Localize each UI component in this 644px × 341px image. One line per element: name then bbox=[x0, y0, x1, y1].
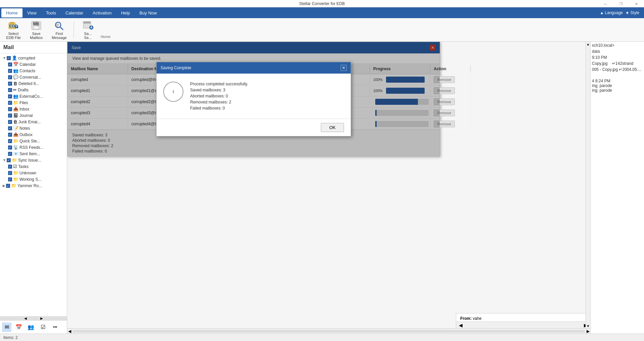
items-count: Items: 2 bbox=[3, 335, 18, 340]
tree-item-sentitems[interactable]: ✓ 📧 Sent Item... bbox=[0, 151, 67, 157]
checkbox-files[interactable]: ✓ bbox=[8, 101, 12, 105]
modal-footer: OK bbox=[157, 119, 351, 136]
nav-more[interactable]: ••• bbox=[50, 323, 60, 332]
save-settings-btn[interactable]: Sa...Se... bbox=[78, 18, 98, 42]
tree-item-workings[interactable]: ✓ 📁 Working S... bbox=[0, 176, 67, 182]
checkbox-calendar[interactable]: ✓ bbox=[8, 62, 12, 67]
save-dialog: Save ✕ View and manage queued mailboxes … bbox=[67, 42, 440, 157]
checkbox-drafts[interactable]: ✓ bbox=[8, 88, 12, 92]
tree-item-rssfeeds[interactable]: ✓ 📡 RSS Feeds... bbox=[0, 144, 67, 151]
icon-quickstep: 📁 bbox=[13, 138, 18, 143]
close-btn[interactable]: ✕ bbox=[629, 0, 644, 7]
checkbox-yammerroot[interactable]: ✓ bbox=[6, 184, 10, 188]
content-scrollbar[interactable]: ◀ ▶ bbox=[67, 328, 590, 334]
menu-activation[interactable]: Activation bbox=[88, 8, 116, 17]
menu-buynow[interactable]: Buy Now bbox=[135, 8, 162, 17]
checkbox-junkemail[interactable]: ✓ bbox=[8, 120, 12, 124]
email-from-label: From: bbox=[460, 316, 472, 321]
menu-help[interactable]: Help bbox=[116, 8, 135, 17]
tree-item-drafts[interactable]: ✓ ✏ Drafts bbox=[0, 87, 67, 93]
menu-home[interactable]: Home bbox=[1, 8, 23, 17]
checkbox-sentitems[interactable]: ✓ bbox=[8, 152, 12, 156]
right-panel-item-0: xch10.local> bbox=[592, 43, 643, 48]
checkbox-unknown[interactable]: ✓ bbox=[8, 171, 12, 175]
tree-item-syncissue[interactable]: ▼ ✓ 📁 Sync Issue... bbox=[0, 157, 67, 163]
checkbox-contacts[interactable]: ✓ bbox=[8, 69, 12, 73]
tree-item-quickstep[interactable]: ✓ 📁 Quick Ste... bbox=[0, 138, 67, 144]
main-layout: Mail ▼ ✓ 👤 corrupted ✓ 📅 Calendar ✓ 👥 bbox=[0, 42, 644, 334]
menu-tools[interactable]: Tools bbox=[41, 8, 61, 17]
modal-close-btn[interactable]: ✕ bbox=[341, 65, 347, 71]
save-settings-icon bbox=[83, 20, 93, 31]
tree-item-inbox[interactable]: ✓ 📥 Inbox bbox=[0, 106, 67, 112]
label-rssfeeds: RSS Feeds... bbox=[19, 145, 43, 150]
icon-syncissue: 📁 bbox=[12, 158, 17, 163]
checkbox-quickstep[interactable]: ✓ bbox=[8, 139, 12, 143]
scroll-up-btn[interactable]: ▲ bbox=[586, 42, 590, 46]
checkbox-outbox[interactable]: ✓ bbox=[8, 133, 12, 137]
modal-saved-label: Saved mailboxes: 3 bbox=[190, 88, 248, 92]
language-link[interactable]: ▲ Language bbox=[600, 10, 623, 15]
restore-btn[interactable]: ❐ bbox=[613, 0, 629, 7]
preview-prev-btn[interactable]: ◀ bbox=[459, 323, 463, 328]
checkbox-workings[interactable]: ✓ bbox=[8, 177, 12, 181]
tree-item-conversations[interactable]: ✓ 💬 Conversat... bbox=[0, 74, 67, 80]
tree-item-corrupted[interactable]: ▼ ✓ 👤 corrupted bbox=[0, 55, 67, 61]
style-link[interactable]: ★ Style bbox=[626, 10, 639, 15]
menu-view[interactable]: View bbox=[23, 8, 41, 17]
scroll-right-btn[interactable]: ▶ bbox=[586, 329, 590, 334]
window-controls: — ❐ ✕ bbox=[598, 0, 644, 7]
checkbox-notes[interactable]: ✓ bbox=[8, 126, 12, 130]
label-notes: Notes bbox=[19, 126, 30, 131]
icon-calendar: 📅 bbox=[13, 62, 18, 67]
scroll-left-btn[interactable]: ◀ bbox=[67, 329, 72, 334]
scroll-down-btn[interactable]: ▼ bbox=[586, 324, 590, 328]
icon-unknown: 📁 bbox=[13, 170, 18, 175]
save-mailbox-btn[interactable]: MB SaveMailbox bbox=[26, 18, 46, 42]
modal-title: Saving Complete bbox=[161, 66, 191, 70]
tree-item-externalco[interactable]: ✓ 👥 ExternalCo... bbox=[0, 93, 67, 99]
minimize-btn[interactable]: — bbox=[598, 0, 613, 7]
icon-journal: 📓 bbox=[13, 113, 18, 118]
tree-item-contacts[interactable]: ✓ 👥 Contacts bbox=[0, 68, 67, 74]
sidebar-scroll[interactable]: ◀ ▶ bbox=[0, 316, 67, 320]
nav-calendar[interactable]: 📅 bbox=[14, 323, 24, 332]
label-calendar: Calendar bbox=[19, 62, 36, 67]
find-message-btn[interactable]: FindMessage bbox=[49, 18, 70, 42]
tree-item-deleted[interactable]: ✓ 🗑 Deleted It... bbox=[0, 80, 67, 87]
checkbox-tasks[interactable]: ✓ bbox=[8, 165, 12, 169]
vertical-scrollbar[interactable]: ▲ ▼ bbox=[586, 42, 590, 328]
checkbox-inbox[interactable]: ✓ bbox=[8, 107, 12, 111]
email-preview: From: vahe Sent: Monday, January 20, 201… bbox=[456, 313, 590, 328]
svg-rect-7 bbox=[34, 26, 39, 29]
ok-button[interactable]: OK bbox=[321, 123, 344, 132]
find-message-label: FindMessage bbox=[52, 32, 67, 40]
checkbox-syncissue[interactable]: ✓ bbox=[7, 158, 11, 162]
scroll-track[interactable] bbox=[73, 330, 585, 333]
icon-junkemail: 🗑 bbox=[13, 119, 17, 124]
checkbox-journal[interactable]: ✓ bbox=[8, 114, 12, 118]
scroll-thumb-area[interactable] bbox=[586, 46, 590, 324]
tree-item-journal[interactable]: ✓ 📓 Journal bbox=[0, 112, 67, 119]
tree-item-files[interactable]: ✓ 📁 Files bbox=[0, 99, 67, 106]
tree-item-notes[interactable]: ✓ 📝 Notes bbox=[0, 125, 67, 131]
checkbox-externalco[interactable]: ✓ bbox=[8, 94, 12, 98]
nav-people[interactable]: 👥 bbox=[26, 323, 36, 332]
select-edb-btn[interactable]: EDB + SelectEDB File bbox=[3, 18, 24, 42]
menu-calendar[interactable]: Calendar bbox=[61, 8, 88, 17]
nav-tasks[interactable]: ☑ bbox=[38, 323, 48, 332]
tree-item-tasks[interactable]: ✓ ☑ Tasks bbox=[0, 163, 67, 170]
label-workings: Working S... bbox=[19, 177, 41, 182]
tree-item-calendar[interactable]: ✓ 📅 Calendar bbox=[0, 61, 67, 68]
tree-item-junkemail[interactable]: ✓ 🗑 Junk Emai... bbox=[0, 119, 67, 125]
tree-item-unknown[interactable]: ✓ 📁 Unknown bbox=[0, 170, 67, 176]
svg-rect-14 bbox=[56, 26, 58, 27]
tree-item-outbox[interactable]: ✓ 📤 Outbox bbox=[0, 131, 67, 138]
checkbox-rssfeeds[interactable]: ✓ bbox=[8, 145, 12, 150]
nav-mail[interactable]: ✉ bbox=[2, 323, 11, 332]
tree-item-yammerroot[interactable]: ▶ ✓ 📁 Yammer Ro... bbox=[0, 182, 67, 189]
checkbox-conversations[interactable]: ✓ bbox=[8, 75, 12, 79]
label-conversations: Conversat... bbox=[19, 75, 41, 80]
checkbox-corrupted[interactable]: ✓ bbox=[7, 56, 11, 60]
checkbox-deleted[interactable]: ✓ bbox=[8, 82, 12, 86]
